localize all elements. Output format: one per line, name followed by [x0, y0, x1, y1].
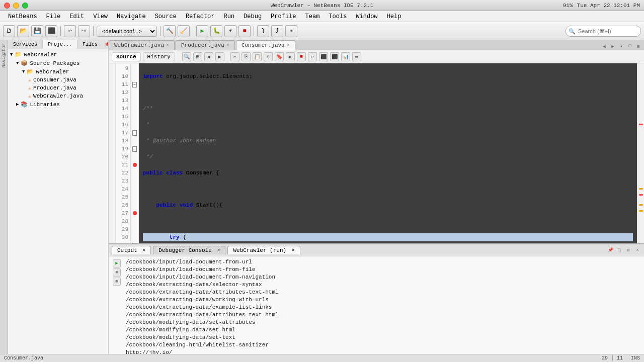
tree-item-libraries[interactable]: ▶ 📚 Libraries: [8, 100, 108, 109]
project-pin-icon[interactable]: 📌: [103, 41, 109, 48]
toolbar-magnify-btn[interactable]: 🔍: [182, 52, 191, 61]
editor-tab-max-icon[interactable]: □: [626, 43, 633, 50]
tree-item-producer-java[interactable]: ☕ Producer.java: [8, 84, 108, 92]
warning-mark-3: [639, 210, 643, 212]
editor-tab-left-icon[interactable]: ◀: [601, 43, 608, 50]
toolbar-paste-btn[interactable]: 📋: [253, 52, 262, 61]
toolbar-clean-btn[interactable]: 🧹: [178, 25, 190, 37]
toolbar-step6-btn[interactable]: ⬛: [330, 52, 339, 61]
toolbar-copy-btn[interactable]: ⎘: [242, 52, 251, 61]
toolbar-stop-btn[interactable]: ■: [238, 25, 251, 37]
output-close-icon[interactable]: ×: [634, 247, 641, 254]
gutter-15: [131, 113, 138, 121]
collapse-11[interactable]: −: [132, 82, 137, 87]
toolbar-cut-btn[interactable]: ✂: [230, 52, 239, 61]
code-line-13: * @author John Madsen: [143, 137, 633, 145]
tab-producer-java[interactable]: Producer.java ×: [176, 40, 235, 50]
menu-tools[interactable]: Tools: [325, 12, 351, 21]
collapse-19[interactable]: −: [132, 146, 137, 152]
toolbar-back-btn[interactable]: ◀: [204, 52, 213, 61]
menu-view[interactable]: View: [89, 12, 112, 21]
tab-webcrawler-java[interactable]: WebCrawler.java ×: [109, 40, 175, 50]
toolbar-format-btn[interactable]: ⊞: [193, 52, 202, 61]
toolbar-find-btn[interactable]: ⌕: [264, 52, 273, 61]
toolbar-run2-btn[interactable]: ▶: [286, 52, 295, 61]
editor-tab-right-icon[interactable]: ▶: [609, 43, 616, 50]
toolbar-debug-btn[interactable]: 🐛: [210, 25, 222, 37]
toolbar-step3-btn[interactable]: ↷: [285, 25, 297, 37]
close-button[interactable]: [4, 3, 10, 9]
output-run-btn[interactable]: ▶: [113, 259, 121, 267]
editor-tab-source[interactable]: Source: [112, 52, 141, 61]
output-tab-close[interactable]: ×: [142, 248, 145, 253]
tree-item-webcrawler[interactable]: ▼ 📁 WebCrawler: [8, 50, 108, 59]
toolbar-step5-btn[interactable]: ⬛: [319, 52, 328, 61]
output-tab-webcrawler[interactable]: WebCrawler (run) ×: [227, 246, 300, 254]
toolbar-save-btn[interactable]: 💾: [31, 25, 43, 37]
tab-consumer-close[interactable]: ×: [287, 43, 290, 48]
config-dropdown[interactable]: <default conf...>: [97, 26, 157, 37]
tab-files[interactable]: Files: [77, 40, 103, 49]
minimize-button[interactable]: [13, 3, 19, 9]
menu-window[interactable]: Window: [352, 12, 381, 21]
output-clear-btn[interactable]: ⊗: [113, 278, 121, 286]
tree-item-consumer-java[interactable]: ☕ Consumer.java: [8, 76, 108, 84]
output-max-icon[interactable]: □: [616, 247, 623, 254]
tree-item-webcrawler-pkg[interactable]: ▼ 📂 webcrawler: [8, 67, 108, 76]
toolbar-fwd-btn[interactable]: ▶: [215, 52, 224, 61]
output-tab-output[interactable]: Output ×: [112, 246, 151, 254]
code-line-9: import org.jsoup.select.Elements;: [143, 72, 633, 80]
webcrawler-tab-close[interactable]: ×: [292, 248, 295, 253]
toolbar-step2-btn[interactable]: ⤴: [271, 25, 283, 37]
code-content[interactable]: import org.jsoup.select.Elements; /** * …: [139, 63, 637, 243]
webcrawlerpkg-label: webcrawler: [36, 69, 69, 75]
tab-producer-close[interactable]: ×: [226, 43, 229, 48]
toolbar-new-btn[interactable]: 🗋: [3, 25, 15, 37]
toolbar-run-btn[interactable]: ▶: [196, 25, 208, 37]
output-tab-debugger[interactable]: Debugger Console ×: [153, 246, 225, 254]
menu-navigate[interactable]: Navigate: [113, 12, 150, 21]
tab-services[interactable]: Services: [8, 40, 43, 49]
menu-profile[interactable]: Profile: [267, 12, 300, 21]
maximize-button[interactable]: [22, 3, 28, 9]
tab-producer-label: Producer.java: [181, 42, 224, 48]
toolbar-bar-btn[interactable]: ▬: [352, 52, 361, 61]
toolbar-chart-btn[interactable]: 📊: [341, 52, 350, 61]
editor-tab-restore-icon[interactable]: ⊞: [635, 43, 642, 50]
toolbar-build-btn[interactable]: 🔨: [164, 25, 176, 37]
toolbar-open-btn[interactable]: 📂: [17, 25, 29, 37]
tree-item-webcrawler-java[interactable]: ☕ WebCrawler.java: [8, 92, 108, 100]
toolbar-stop2-btn[interactable]: ■: [297, 52, 306, 61]
menu-team[interactable]: Team: [301, 12, 324, 21]
toolbar-redo-btn[interactable]: ↪: [78, 25, 90, 37]
menu-help[interactable]: Help: [383, 12, 406, 21]
toolbar-save-all-btn[interactable]: ⬛: [45, 25, 57, 37]
editor-tab-history[interactable]: History: [143, 52, 175, 61]
tree-item-source-packages[interactable]: ▼ 📦 Source Packages: [8, 59, 108, 67]
search-input[interactable]: [566, 26, 641, 37]
toolbar-bookmark-btn[interactable]: 🔖: [275, 52, 284, 61]
menu-refactor[interactable]: Refactor: [182, 12, 219, 21]
output-pin-icon[interactable]: 📌: [607, 247, 614, 254]
gutter-11: −: [131, 80, 138, 88]
project-panel: Services Proje... Files 📌 □ × ▼ 📁 WebCra…: [8, 40, 109, 354]
menu-file[interactable]: File: [42, 12, 65, 21]
tab-consumer-java[interactable]: Consumer.java ×: [236, 40, 295, 50]
toolbar-undo-btn[interactable]: ↩: [64, 25, 76, 37]
collapse-17[interactable]: −: [132, 130, 137, 136]
menu-source[interactable]: Source: [151, 12, 181, 21]
menu-netbeans[interactable]: NetBeans: [4, 12, 41, 21]
debugger-tab-close[interactable]: ×: [217, 248, 220, 253]
output-restore-icon[interactable]: ⊞: [625, 247, 632, 254]
toolbar-step4-btn[interactable]: ↩: [308, 52, 317, 61]
editor-tab-down-icon[interactable]: ▾: [618, 43, 625, 50]
menu-debug[interactable]: Debug: [239, 12, 266, 21]
toolbar-step-btn[interactable]: ⤵: [257, 25, 269, 37]
output-stop-btn[interactable]: ■: [113, 268, 121, 277]
tab-webcrawler-close[interactable]: ×: [166, 43, 169, 48]
libraries-label: Libraries: [30, 102, 59, 108]
menu-edit[interactable]: Edit: [65, 12, 88, 21]
toolbar-profile-btn[interactable]: ⚡: [224, 25, 236, 37]
menu-run[interactable]: Run: [219, 12, 238, 21]
tab-projects[interactable]: Proje...: [43, 40, 77, 49]
